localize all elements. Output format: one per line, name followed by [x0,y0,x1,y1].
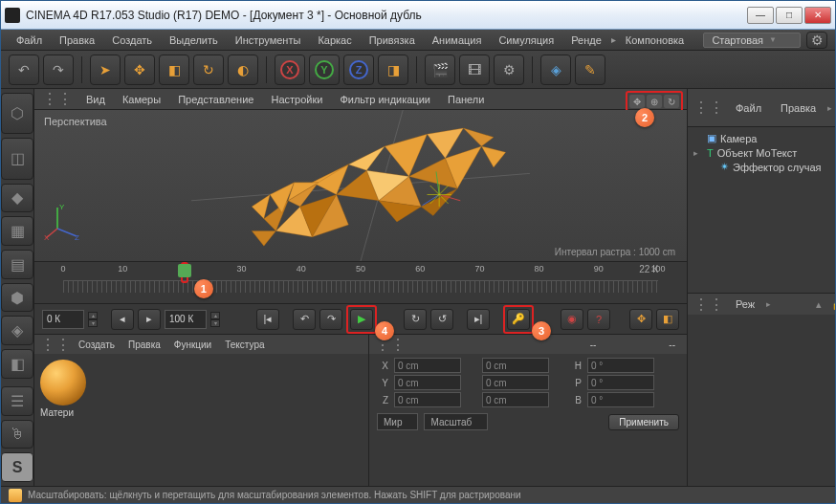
view-menu-display[interactable]: Представление [170,92,261,107]
coord-world-select[interactable]: Мир [377,413,418,430]
add-spline-button[interactable]: ✎ [575,55,605,85]
use-selection-button[interactable]: 🖰 [1,420,33,449]
coord-h-rot[interactable]: 0 ° [587,358,654,373]
loop-button[interactable]: ↺ [430,309,453,330]
workplane-button[interactable]: ▤ [1,250,33,279]
start-frame-down[interactable]: ▾ [88,319,98,327]
view-menu-panels[interactable]: Панели [440,92,492,107]
rotate-tool[interactable]: ↻ [193,55,224,85]
texture-mode-button[interactable]: ▦ [1,216,33,246]
x-axis-lock[interactable]: X [275,55,305,85]
menu-tools[interactable]: Инструменты [228,33,309,48]
autokey-button[interactable]: ◉ [561,309,583,330]
select-tool[interactable]: ➤ [90,55,121,85]
attr-nav-up-icon[interactable]: ▴ [811,296,826,312]
coord-x-size[interactable]: 0 cm [482,358,549,373]
play-back-button[interactable]: ↷ [319,309,342,330]
add-primitive-button[interactable]: ◈ [540,55,571,85]
key-selection-button[interactable]: ? [587,309,610,330]
viewport-rotate-icon[interactable]: ↻ [664,95,679,108]
start-frame-up[interactable]: ▴ [88,312,98,319]
menu-simulation[interactable]: Симуляция [491,33,561,48]
menu-file[interactable]: Файл [9,33,50,48]
key-scale-button[interactable]: ◧ [656,309,679,330]
window-minimize-button[interactable]: — [747,7,774,24]
prev-key-button[interactable]: ◂ [111,309,134,330]
prev-frame-button[interactable]: ↶ [293,309,316,330]
object-mode-button[interactable]: ◆ [1,184,33,213]
y-axis-lock[interactable]: Y [309,55,340,85]
coord-p-rot[interactable]: 0 ° [587,375,654,390]
mat-menu-functions[interactable]: Функции [168,339,217,351]
tree-row-effector[interactable]: ✴ Эффектор случая ✓ [692,160,835,174]
window-maximize-button[interactable]: □ [776,7,803,24]
menu-create[interactable]: Создать [104,33,160,48]
render-settings-button[interactable]: ⚙ [494,55,524,85]
end-frame-field[interactable]: 100 К [165,310,207,329]
render-view-button[interactable]: 🎬 [425,55,455,85]
view-menu-filter[interactable]: Фильтр индикации [332,92,438,107]
move-tool[interactable]: ✥ [124,55,155,85]
tweak-mode-button[interactable]: ☰ [1,386,33,416]
coord-x-pos[interactable]: 0 cm [394,358,461,373]
end-frame-down[interactable]: ▾ [210,319,220,327]
scale-tool[interactable]: ◧ [159,55,189,85]
play-button[interactable]: ▶ [350,309,373,330]
record-key-button[interactable]: 🔑 [507,309,530,330]
layout-dropdown[interactable]: Стартовая ▼ [703,33,801,48]
coord-y-pos[interactable]: 0 cm [394,375,461,390]
menu-select[interactable]: Выделить [162,33,226,48]
view-menu-options[interactable]: Настройки [263,92,330,107]
mat-menu-texture[interactable]: Текстура [219,339,270,351]
material-item[interactable]: Матери [40,360,86,418]
end-frame-up[interactable]: ▴ [210,312,220,319]
layout-config-button[interactable]: ⚙ [806,32,827,49]
view-menu-view[interactable]: Вид [78,92,113,107]
next-key-button[interactable]: ▸ [138,309,161,330]
next-frame-button[interactable]: ↻ [404,309,427,330]
menu-snap[interactable]: Привязка [362,33,423,48]
timeline-range-slider[interactable] [63,281,658,293]
mat-menu-create[interactable]: Создать [73,339,121,351]
render-picture-button[interactable]: 🎞 [459,55,490,85]
z-axis-lock[interactable]: Z [343,55,374,85]
tree-row-motext[interactable]: ▸T Объект МоТекст ✓ [692,145,835,160]
start-frame-field[interactable]: 0 К [42,310,84,329]
menu-mesh[interactable]: Каркас [310,33,359,48]
coord-scale-select[interactable]: Масштаб [424,413,488,430]
last-tool[interactable]: ◐ [228,55,258,85]
window-close-button[interactable]: ✕ [804,7,831,24]
undo-button[interactable]: ↶ [9,55,39,85]
edges-mode-button[interactable]: ◈ [1,316,33,345]
coord-b-rot[interactable]: 0 ° [587,392,654,407]
model-mode-button[interactable]: ◫ [1,138,33,179]
snap-toggle-button[interactable]: S [1,452,33,482]
attr-lock-icon[interactable]: 🔒 [830,296,835,312]
coord-z-pos[interactable]: 0 cm [394,392,461,407]
viewport[interactable]: Перспектива [34,110,687,261]
go-start-button[interactable]: |◂ [256,309,279,330]
om-menu-edit[interactable]: Правка [773,100,824,116]
coord-z-size[interactable]: 0 cm [482,392,549,407]
timeline[interactable]: 0 10 20 30 40 50 60 70 80 90 100 1 22 [34,261,687,303]
menu-animation[interactable]: Анимация [425,33,490,48]
go-end-button[interactable]: ▸| [467,309,490,330]
timeline-playhead[interactable] [178,264,191,277]
coord-apply-button[interactable]: Применить [608,414,679,430]
viewport-zoom-icon[interactable]: ⊕ [647,95,662,108]
menu-compositing[interactable]: Компоновка [618,33,692,48]
points-mode-button[interactable]: ⬢ [1,283,33,313]
menu-edit[interactable]: Правка [52,33,102,48]
viewport-pan-icon[interactable]: ✥ [629,95,645,108]
tree-row-camera[interactable]: ▣ Камера ▢ [692,131,835,145]
attr-mode-label[interactable]: Реж [728,296,762,312]
view-menu-cameras[interactable]: Камеры [115,92,168,107]
polygons-mode-button[interactable]: ◧ [1,349,33,379]
om-menu-file[interactable]: Файл [728,100,769,116]
coord-system-button[interactable]: ◨ [378,55,408,85]
menu-render[interactable]: Ренде [563,33,609,48]
mat-menu-edit[interactable]: Правка [122,339,166,351]
key-pos-button[interactable]: ✥ [629,309,652,330]
make-editable-button[interactable]: ⬡ [1,93,33,134]
coord-y-size[interactable]: 0 cm [482,375,549,390]
